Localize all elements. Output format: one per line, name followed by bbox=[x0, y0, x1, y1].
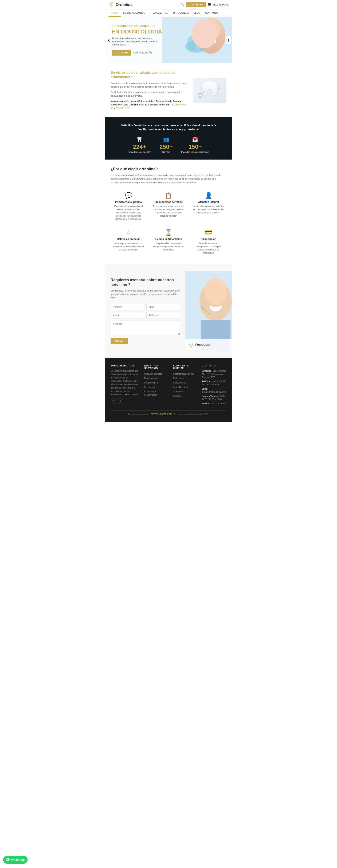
twitter-button[interactable]: t bbox=[118, 398, 123, 404]
phone2-link[interactable]: 683 30 15 53 bbox=[116, 107, 129, 110]
svg-point-8 bbox=[197, 36, 200, 39]
footer-link-implantes[interactable]: Implantes dentales bbox=[144, 373, 162, 375]
feature-title-0: Primera visita gratuita bbox=[113, 200, 144, 204]
contact-form-area: Requieres asesoría sobre nuestros servic… bbox=[105, 271, 185, 351]
svg-point-13 bbox=[199, 94, 202, 97]
footer-customer-title: SERVICIO AL CLIENTE bbox=[173, 364, 198, 369]
feature-desc-5: Nos adaptamos a tu presupuesto, con múlt… bbox=[193, 242, 224, 254]
hero-next-button[interactable]: ❯ bbox=[226, 36, 231, 44]
feature-desc-4: La puntualidad es nuestro compromiso por… bbox=[153, 242, 184, 251]
cita-circle-icon: ▶ bbox=[148, 51, 152, 54]
contact-image: Ortholine bbox=[185, 271, 232, 351]
nombre-input[interactable] bbox=[111, 304, 144, 310]
services-title: Servicios de odontología gestionado por … bbox=[111, 70, 189, 79]
svg-point-16 bbox=[204, 277, 227, 305]
feature-materiales: ☆ Materiales premium Nos aseguramos de c… bbox=[111, 227, 146, 256]
footer-link-contacto[interactable]: Contacto bbox=[173, 395, 181, 397]
hero-contacto-button[interactable]: CONTACTO bbox=[112, 50, 131, 56]
contact-form: Enviar bbox=[111, 304, 180, 344]
cita-previa-button[interactable]: CITA PREVIA bbox=[186, 2, 206, 7]
nav-item-tratamientos[interactable]: TRATAMIENTOS bbox=[148, 9, 170, 16]
stat-number-clients: 250+ bbox=[160, 144, 173, 150]
footer-link-periodoncia[interactable]: Periodoncia bbox=[144, 386, 156, 388]
logo-text: Ortholine bbox=[116, 2, 133, 7]
nav-item-contacto[interactable]: CONTACTO bbox=[203, 9, 221, 16]
feature-desc-2: La atención a nuestros pacientes es nues… bbox=[193, 205, 224, 214]
hero-subtitle: SERVICIOS PROFESIONALES bbox=[112, 24, 162, 28]
email-input[interactable] bbox=[146, 304, 180, 310]
clipboard-icon: 📋 bbox=[153, 192, 184, 199]
facebook-button[interactable]: f bbox=[111, 398, 116, 404]
logo[interactable]: En Ortholine bbox=[109, 2, 133, 7]
hero-prev-button[interactable]: ❮ bbox=[106, 36, 111, 44]
footer-bottom: Diseño de páginas web DISTECNOWEB.COM . … bbox=[111, 410, 226, 415]
feature-primera-visita: 💬 Primera visita gratuita En ella te inf… bbox=[111, 190, 146, 223]
footer-link-estetica[interactable]: Estética dental bbox=[144, 377, 158, 379]
why-title: ¿Por qué elegir ortholine? bbox=[111, 167, 226, 171]
footer-link-sobre-nosotros[interactable]: Sobre Nosotros bbox=[173, 386, 188, 388]
telefono-input[interactable] bbox=[146, 312, 180, 318]
footer: SOBRE NOSOTROS En Ortholine encontrarás … bbox=[105, 358, 232, 422]
hero-buttons: CONTACTO CITA PREVIA ▶ bbox=[112, 50, 162, 56]
hero-title: EN ODONTOLOGÍA bbox=[112, 29, 162, 35]
card-icon: 💳 bbox=[193, 229, 224, 236]
footer-email: Email: info@ortholinedental.com bbox=[202, 387, 226, 394]
feature-desc-3: Nos aseguramos de contar con los product… bbox=[113, 242, 144, 251]
stat-label-clients: Clientes bbox=[160, 151, 173, 153]
hero-cita-link[interactable]: CITA PREVIA ▶ bbox=[133, 51, 152, 54]
header: En Ortholine 🔍 CITA PREVIA ☰ TELL ME MOR… bbox=[105, 0, 232, 9]
feature-financiacion: 💳 Financiación Nos adaptamos a tu presup… bbox=[191, 227, 226, 256]
footer-about-text: En Ortholine encontrarás una clínica odo… bbox=[111, 369, 140, 396]
services-desc1: Contamos con la máxima tecnología junto … bbox=[111, 82, 189, 89]
search-icon[interactable]: 🔍 bbox=[180, 3, 184, 6]
logo-icon: En bbox=[109, 2, 114, 7]
mensaje-textarea[interactable] bbox=[111, 320, 180, 335]
footer-about-col: SOBRE NOSOTROS En Ortholine encontrarás … bbox=[111, 364, 140, 406]
footer-grid: SOBRE NOSOTROS En Ortholine encontrarás … bbox=[111, 364, 226, 406]
tooth-stat-icon: 🦷 bbox=[128, 136, 151, 143]
stats-section: Ortholine Dental trabaja día a día por c… bbox=[105, 117, 232, 159]
chat-icon: 💬 bbox=[113, 192, 144, 199]
footer-contact-title: CONTACTO bbox=[202, 364, 226, 367]
form-row-1 bbox=[111, 304, 180, 310]
feature-title-3: Materiales premium bbox=[113, 238, 144, 241]
stat-number-ortho: 150+ bbox=[181, 144, 209, 150]
contact-section: Requieres asesoría sobre nuestros servic… bbox=[105, 264, 232, 358]
nav-item-sobre-nosotros[interactable]: SOBRE NOSOTROS bbox=[121, 9, 148, 16]
stat-clients: 👥 250+ Clientes bbox=[160, 136, 173, 153]
services-desc2: En Ortholine trabajamos para poner a tu … bbox=[111, 91, 189, 98]
nav-item-inicio[interactable]: INICIO bbox=[109, 9, 121, 17]
distecnoweb-link[interactable]: DISTECNOWEB.COM bbox=[151, 413, 172, 415]
footer-link-cita-previa[interactable]: Cita previa bbox=[173, 391, 183, 393]
footer-tel: Teléfonos: (+34) 916 580 453 · 683 301 5… bbox=[202, 380, 226, 386]
services-contact: Ven a conocer tu nueva clínica dental en… bbox=[111, 99, 189, 110]
hamburger-icon[interactable]: ☰ bbox=[208, 2, 211, 7]
nav-item-blog[interactable]: BLOG bbox=[191, 9, 203, 16]
stats-title: Ortholine Dental trabaja día a día por c… bbox=[118, 124, 219, 131]
services-text: Servicios de odontología gestionado por … bbox=[111, 70, 189, 110]
footer-hours1: Lunes a Viernes: 10:00 a 14:00 · 16:00 a… bbox=[202, 395, 226, 401]
enviar-button[interactable]: Enviar bbox=[111, 338, 128, 344]
svg-line-7 bbox=[199, 38, 204, 42]
person-icon: 👤 bbox=[193, 192, 224, 199]
footer-link-reconstruccion[interactable]: Reconstrucción dental bbox=[173, 373, 194, 375]
clients-stat-icon: 👥 bbox=[160, 136, 173, 143]
footer-link-endodoncia[interactable]: Endodoncia bbox=[173, 377, 184, 379]
footer-link-odontologia[interactable]: Odontología conservadora bbox=[144, 391, 157, 396]
footer-link-protesis[interactable]: Prótesis dental bbox=[173, 381, 187, 384]
hero-description: En ortholine trabajamos para poner a tu … bbox=[112, 37, 158, 46]
asunto-input[interactable] bbox=[111, 312, 144, 318]
contact-logo-text: Ortholine bbox=[195, 343, 210, 347]
stats-grid: 🦷 224+ Procedimientos dentales 👥 250+ Cl… bbox=[110, 136, 227, 153]
timer-icon: ⏳ bbox=[153, 229, 184, 236]
feature-title-1: Presupuestos cerrados bbox=[153, 200, 184, 204]
footer-contact-col: CONTACTO Dirección: Calle Chorrillo Alta… bbox=[202, 364, 226, 406]
ortho-stat-icon: 📅 bbox=[181, 136, 209, 143]
footer-social: f t bbox=[111, 398, 140, 404]
footer-customer-col: SERVICIO AL CLIENTE Reconstrucción denta… bbox=[173, 364, 198, 406]
footer-link-gingivectomia[interactable]: Gingivectomía bbox=[144, 381, 158, 384]
tell-me-more-label[interactable]: TELL ME MORE bbox=[213, 4, 228, 6]
hero-section: ❮ SERVICIOS PROFESIONALES EN ODONTOLOGÍA… bbox=[105, 17, 232, 63]
footer-services-col: NUESTROS SERVICIOS Implantes dentales Es… bbox=[144, 364, 169, 406]
nav-item-ortodoncia[interactable]: ORTODONCIA bbox=[171, 9, 191, 16]
